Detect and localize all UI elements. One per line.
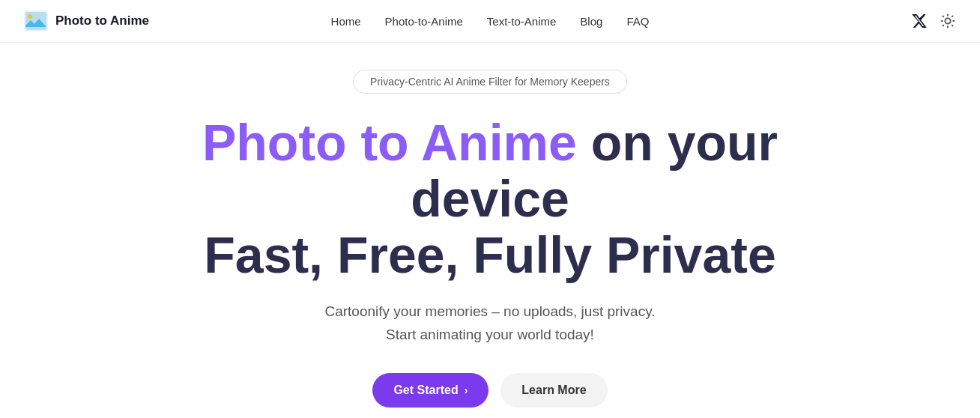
svg-line-11	[952, 16, 953, 17]
logo[interactable]: Photo to Anime	[24, 10, 149, 31]
nav-item-faq[interactable]: FAQ	[626, 15, 649, 28]
svg-line-8	[943, 16, 944, 17]
svg-line-10	[943, 25, 944, 26]
settings-icon[interactable]	[940, 13, 956, 29]
header-actions	[911, 13, 956, 29]
main-nav: Home Photo-to-Anime Text-to-Anime Blog F…	[331, 15, 650, 28]
svg-point-2	[28, 14, 32, 19]
hero-badge: Privacy-Centric AI Anime Filter for Memo…	[353, 70, 627, 94]
header: Photo to Anime Home Photo-to-Anime Text-…	[0, 0, 980, 43]
logo-label: Photo to Anime	[55, 13, 149, 28]
hero-title-line2: Fast, Free, Fully Private	[204, 226, 775, 283]
chevron-right-icon: ›	[465, 384, 468, 396]
learn-more-button[interactable]: Learn More	[500, 373, 607, 408]
hero-section: Privacy-Centric AI Anime Filter for Memo…	[0, 43, 980, 418]
svg-line-9	[952, 25, 953, 26]
hero-subtitle-line2: Start animating your world today!	[386, 327, 594, 342]
get-started-label: Get Started	[393, 384, 458, 397]
nav-item-blog[interactable]: Blog	[580, 15, 602, 28]
get-started-button[interactable]: Get Started ›	[372, 373, 489, 408]
hero-title-highlight: Photo to Anime	[202, 114, 577, 171]
hero-subtitle: Cartoonify your memories – no uploads, j…	[324, 300, 655, 346]
logo-icon	[24, 10, 48, 31]
nav-item-home[interactable]: Home	[331, 15, 361, 28]
nav-item-photo-to-anime[interactable]: Photo-to-Anime	[385, 15, 463, 28]
hero-title: Photo to Anime on your device Fast, Free…	[153, 115, 827, 282]
twitter-icon[interactable]	[911, 13, 928, 29]
hero-subtitle-line1: Cartoonify your memories – no uploads, j…	[324, 303, 655, 319]
cta-buttons: Get Started › Learn More	[372, 373, 607, 408]
svg-point-3	[945, 18, 950, 23]
nav-item-text-to-anime[interactable]: Text-to-Anime	[487, 15, 557, 28]
